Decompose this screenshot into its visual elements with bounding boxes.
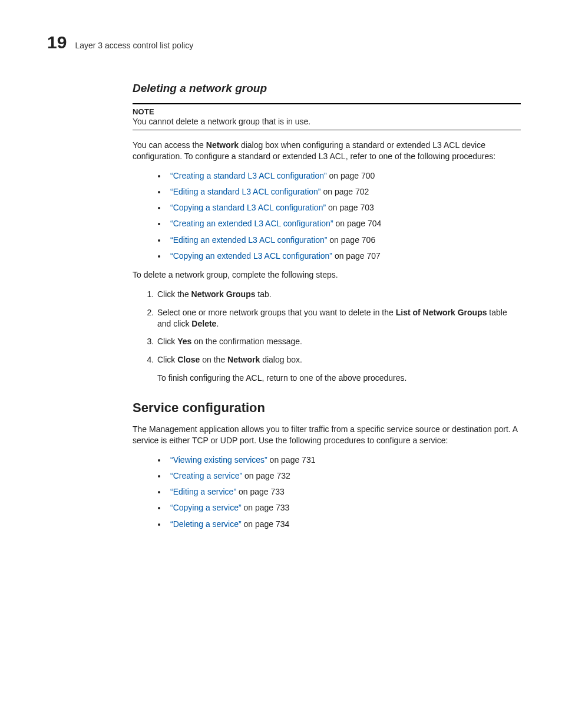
procedure-links-list: “Creating a standard L3 ACL configuratio… <box>133 170 521 261</box>
xref-link[interactable]: “Copying an extended L3 ACL configuratio… <box>170 251 332 261</box>
xref-link[interactable]: “Editing a service” <box>170 487 236 496</box>
section-heading-service: Service configuration <box>133 400 521 416</box>
list-item: “Viewing existing services” on page 731 <box>167 454 521 465</box>
text: Click <box>157 355 177 364</box>
xref-link[interactable]: “Deleting a service” <box>170 519 242 529</box>
intro-paragraph: You can access the Network dialog box wh… <box>133 140 521 162</box>
xref-link[interactable]: “Copying a service” <box>170 503 242 512</box>
intro-paragraph: The Management application allows you to… <box>133 424 521 446</box>
xref-link[interactable]: “Creating a standard L3 ACL configuratio… <box>170 171 327 180</box>
page-ref: on page 704 <box>333 219 382 228</box>
list-item: “Copying an extended L3 ACL configuratio… <box>167 251 521 261</box>
bold-term: Delete <box>191 319 216 328</box>
list-item: “Copying a standard L3 ACL configuration… <box>167 202 521 213</box>
xref-link[interactable]: “Creating a service” <box>170 471 242 480</box>
text: dialog box. <box>260 355 302 364</box>
text: You can access the <box>133 140 206 150</box>
step-item: Select one or more network groups that y… <box>156 307 521 330</box>
page-ref: on page 706 <box>327 235 375 245</box>
service-links-list: “Viewing existing services” on page 731 … <box>133 454 521 529</box>
bold-term: Network Groups <box>191 289 256 299</box>
list-item: “Editing an extended L3 ACL configuratio… <box>167 235 521 245</box>
note-text: You cannot delete a network group that i… <box>133 117 521 126</box>
text: on the <box>200 355 227 364</box>
page-ref: on page 732 <box>242 471 290 480</box>
step-item: Click Close on the Network dialog box. T… <box>156 354 521 384</box>
steps-list: Click the Network Groups tab. Select one… <box>133 289 521 384</box>
list-item: “Deleting a service” on page 734 <box>167 519 521 529</box>
section-heading-deleting: Deleting a network group <box>133 82 521 95</box>
running-header: 19 Layer 3 access control list policy <box>47 32 521 52</box>
list-item: “Creating a service” on page 732 <box>167 470 521 481</box>
page-ref: on page 733 <box>242 503 290 512</box>
page-ref: on page 734 <box>242 519 290 529</box>
xref-link[interactable]: “Copying a standard L3 ACL configuration… <box>170 203 326 212</box>
text: tab. <box>255 289 271 299</box>
xref-link[interactable]: “Editing an extended L3 ACL configuratio… <box>170 235 327 245</box>
xref-link[interactable]: “Editing a standard L3 ACL configuration… <box>170 187 321 196</box>
text: . <box>216 319 219 328</box>
page-ref: on page 731 <box>267 455 316 465</box>
list-item: “Copying a service” on page 733 <box>167 502 521 513</box>
bold-term: Network <box>206 140 239 150</box>
text: Click <box>157 337 177 346</box>
list-item: “Editing a service” on page 733 <box>167 486 521 497</box>
list-item: “Editing a standard L3 ACL configuration… <box>167 186 521 197</box>
text: Select one or more network groups that y… <box>157 308 396 317</box>
xref-link[interactable]: “Viewing existing services” <box>170 455 267 465</box>
step-item: Click Yes on the confirmation message. <box>156 336 521 347</box>
chapter-number: 19 <box>47 32 67 52</box>
bold-term: Yes <box>177 337 191 346</box>
text: on the confirmation message. <box>191 337 302 346</box>
page-ref: on page 707 <box>332 251 381 261</box>
bold-term: Close <box>177 355 200 364</box>
list-item: “Creating a standard L3 ACL configuratio… <box>167 170 521 181</box>
running-title: Layer 3 access control list policy <box>75 41 193 50</box>
page-ref: on page 703 <box>326 203 374 212</box>
list-item: “Creating an extended L3 ACL configurati… <box>167 218 521 229</box>
note-label: NOTE <box>133 107 521 116</box>
page-ref: on page 702 <box>321 187 369 196</box>
step-item: Click the Network Groups tab. <box>156 289 521 300</box>
page-ref: on page 700 <box>327 171 375 180</box>
xref-link[interactable]: “Creating an extended L3 ACL configurati… <box>170 219 333 228</box>
content-body: Deleting a network group NOTE You cannot… <box>133 82 521 529</box>
bold-term: List of Network Groups <box>396 308 487 317</box>
step-subtext: To finish configuring the ACL, return to… <box>157 373 521 384</box>
note-box: NOTE You cannot delete a network group t… <box>133 103 521 130</box>
page: 19 Layer 3 access control list policy De… <box>0 0 562 728</box>
page-ref: on page 733 <box>236 487 285 496</box>
text: Click the <box>157 289 191 299</box>
bold-term: Network <box>227 355 260 364</box>
lead-in-text: To delete a network group, complete the … <box>133 269 521 281</box>
